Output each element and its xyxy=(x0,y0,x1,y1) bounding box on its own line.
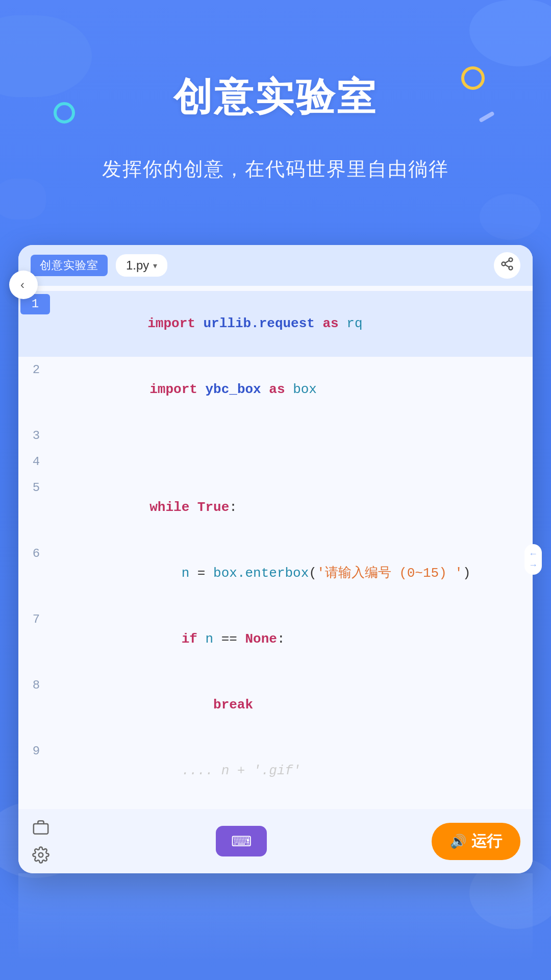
code-line-1: 1 import urllib.request as rq xyxy=(18,291,533,357)
line-number-2: 2 xyxy=(18,361,54,379)
line-number-8: 8 xyxy=(18,676,54,695)
line-number-6: 6 xyxy=(18,545,54,563)
code-content-2: import ybc_box as box xyxy=(54,360,533,420)
page-title: 创意实验室 xyxy=(0,71,551,124)
code-line-5: 5 while True: xyxy=(18,475,533,541)
code-line-9: 9 .... n + '.gif' xyxy=(18,738,533,804)
reflection-card xyxy=(18,873,533,965)
svg-line-3 xyxy=(505,265,509,267)
reflection-area xyxy=(18,873,533,975)
svg-rect-5 xyxy=(34,824,48,834)
line-number-9: 9 xyxy=(18,742,54,761)
editor-toolbar: 创意实验室 1.py ▾ xyxy=(18,245,533,286)
code-line-3: 3 xyxy=(18,423,533,449)
code-content-8: break xyxy=(54,675,533,735)
toolbar-left: 创意实验室 1.py ▾ xyxy=(31,254,167,277)
scroll-left-arrow: ← xyxy=(529,549,538,558)
editor-card: 创意实验室 1.py ▾ xyxy=(18,245,533,873)
page-subtitle: 发挥你的创意，在代码世界里自由徜徉 xyxy=(0,155,551,184)
code-content-3 xyxy=(54,426,533,446)
code-content-6: n = box.enterbox('请输入编号 (0~15) ') xyxy=(54,544,533,603)
share-icon xyxy=(500,257,514,274)
keyboard-icon: ⌨ xyxy=(231,833,252,850)
editor-bottom-bar: ⌨ 🔊 运行 xyxy=(18,809,533,873)
line-number-7: 7 xyxy=(18,610,54,629)
back-icon: ‹ xyxy=(20,278,24,292)
code-content-9: .... n + '.gif' xyxy=(54,741,533,801)
run-icon: 🔊 xyxy=(450,834,466,849)
scroll-arrows[interactable]: ← → xyxy=(524,544,542,575)
code-line-4: 4 xyxy=(18,449,533,475)
briefcase-button[interactable] xyxy=(31,817,51,838)
editor-tab: 创意实验室 xyxy=(31,255,108,276)
editor-container: ‹ ← → 创意实验室 1.py ▾ xyxy=(18,245,533,873)
line-number-4: 4 xyxy=(18,453,54,471)
back-button[interactable]: ‹ xyxy=(9,271,38,299)
run-button[interactable]: 🔊 运行 xyxy=(432,823,520,860)
keyboard-button[interactable]: ⌨ xyxy=(216,826,267,856)
line-number-3: 3 xyxy=(18,427,54,445)
svg-point-6 xyxy=(39,853,43,857)
main-content: 创意实验室 发挥你的创意，在代码世界里自由徜徉 ‹ ← → 创意实验室 1.py… xyxy=(0,0,551,975)
code-line-8: 8 break xyxy=(18,672,533,738)
file-name: 1.py xyxy=(126,258,149,273)
settings-button[interactable] xyxy=(31,845,51,865)
header-section: 创意实验室 发挥你的创意，在代码世界里自由徜徉 xyxy=(0,0,551,184)
code-line-6: 6 n = box.enterbox('请输入编号 (0~15) ') xyxy=(18,541,533,606)
chevron-down-icon: ▾ xyxy=(153,261,157,271)
code-area[interactable]: 1 import urllib.request as rq 2 import y… xyxy=(18,286,533,809)
scroll-indicator[interactable]: ← → xyxy=(524,544,542,575)
code-line-2: 2 import ybc_box as box xyxy=(18,357,533,423)
code-line-7: 7 if n == None: xyxy=(18,606,533,672)
code-content-1: import urllib.request as rq xyxy=(52,294,533,354)
code-content-7: if n == None: xyxy=(54,609,533,669)
line-number-5: 5 xyxy=(18,479,54,497)
file-selector[interactable]: 1.py ▾ xyxy=(116,254,167,277)
scroll-right-arrow: → xyxy=(529,560,538,570)
code-content-4 xyxy=(54,452,533,472)
code-content-5: while True: xyxy=(54,478,533,537)
svg-line-4 xyxy=(505,261,509,263)
run-label: 运行 xyxy=(471,831,502,852)
share-button[interactable] xyxy=(494,252,520,279)
